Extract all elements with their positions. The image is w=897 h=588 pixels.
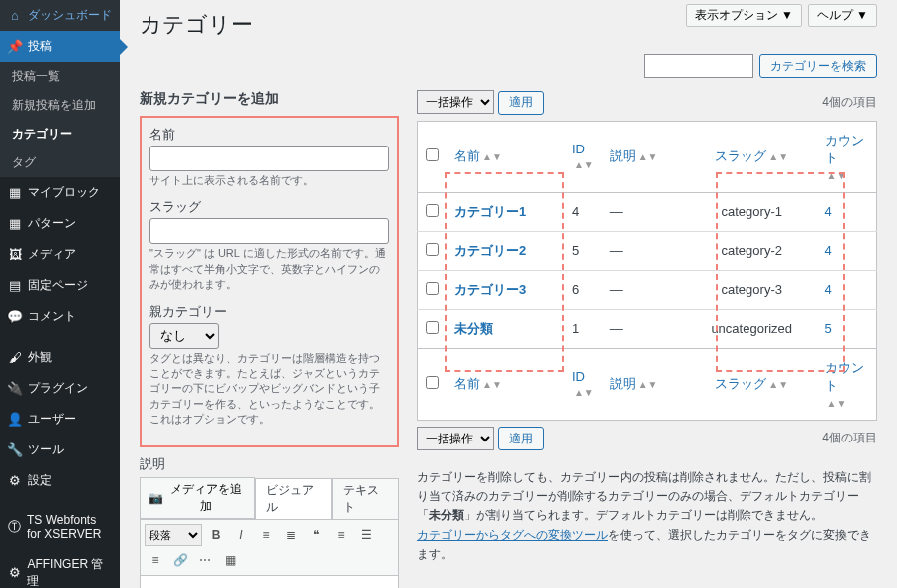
align-center-button[interactable]: ☰ [355,524,377,546]
col-desc-footer[interactable]: 説明 [610,376,636,391]
row-checkbox[interactable] [426,204,439,217]
align-left-button[interactable]: ≡ [330,524,352,546]
bulk-action-select-top[interactable]: 一括操作 [417,90,494,114]
category-slug: uncategorized [687,309,817,348]
converter-link[interactable]: カテゴリーからタグへの変換ツール [417,528,608,542]
category-search-input[interactable] [644,54,753,78]
comment-icon: 💬 [8,310,22,324]
sidebar-item-users[interactable]: 👤ユーザー [0,404,120,435]
description-editor[interactable] [140,576,399,588]
dashboard-icon: ⌂ [8,9,22,23]
category-desc: — [602,231,687,270]
category-name-link[interactable]: 未分類 [454,321,493,336]
sub-item-categories[interactable]: カテゴリー [0,120,120,148]
row-checkbox[interactable] [426,321,439,334]
apply-button-top[interactable]: 適用 [498,91,544,115]
more-button[interactable]: ⋯ [194,549,216,571]
sidebar-item-settings[interactable]: ⚙設定 [0,465,120,496]
page-icon: ▤ [8,279,22,293]
media-icon: 🖼 [8,248,22,262]
sidebar-item-dashboard[interactable]: ⌂ダッシュボード [0,0,120,31]
category-desc: — [602,192,687,231]
col-slug-footer[interactable]: スラッグ [715,376,766,391]
italic-button[interactable]: I [230,524,252,546]
slug-input[interactable] [150,218,389,244]
slug-label: スラッグ [150,198,389,216]
bulk-action-select-bottom[interactable]: 一括操作 [417,427,494,450]
category-desc: — [602,270,687,309]
col-id-header[interactable]: ID [572,142,585,156]
table-row: カテゴリー14—category-14 [418,192,877,231]
table-row: カテゴリー25—category-24 [418,231,877,270]
category-name-link[interactable]: カテゴリー3 [454,282,526,297]
row-checkbox[interactable] [426,282,439,295]
col-slug-header[interactable]: スラッグ [715,148,766,163]
format-select[interactable]: 段落 [145,524,202,546]
pattern-icon: ▦ [8,217,22,231]
sidebar-item-appearance[interactable]: 🖌外観 [0,342,120,373]
number-list-button[interactable]: ≣ [280,524,302,546]
bullet-list-button[interactable]: ≡ [255,524,277,546]
sidebar-item-pages[interactable]: ▤固定ページ [0,270,120,301]
search-categories-button[interactable]: カテゴリーを検索 [759,54,877,78]
category-id: 4 [564,192,602,231]
apply-button-bottom[interactable]: 適用 [498,427,544,450]
row-checkbox[interactable] [426,243,439,256]
toolbar-toggle-button[interactable]: ▦ [219,549,241,571]
col-count-footer[interactable]: カウント [825,360,864,393]
select-all-top[interactable] [426,148,439,161]
col-id-footer[interactable]: ID [572,369,585,384]
sidebar-item-myblock[interactable]: ▦マイブロック [0,177,120,208]
help-button[interactable]: ヘルプ ▼ [808,4,877,27]
sidebar-item-webfonts[interactable]: ⓉTS Webfonts for XSERVER [0,506,120,549]
pin-icon: 📌 [8,40,22,54]
col-desc-header[interactable]: 説明 [610,148,636,163]
col-count-header[interactable]: カウント [825,133,864,165]
sidebar-item-patterns[interactable]: ▦パターン [0,208,120,239]
category-slug: category-3 [687,270,817,309]
posts-submenu: 投稿一覧 新規投稿を追加 カテゴリー タグ [0,62,120,177]
sidebar-item-affinger[interactable]: ⚙AFFINGER 管理 [0,549,120,588]
screen-options-button[interactable]: 表示オプション ▼ [686,4,802,27]
align-right-button[interactable]: ≡ [145,549,166,571]
category-count-link[interactable]: 4 [825,204,832,219]
category-count-link[interactable]: 4 [825,282,832,297]
bold-button[interactable]: B [205,524,227,546]
text-tab[interactable]: テキスト [332,478,399,519]
table-row: 未分類1—uncategorized5 [418,309,877,348]
sidebar-item-posts[interactable]: 📌投稿 [0,31,120,62]
select-all-bottom[interactable] [426,376,439,389]
link-button[interactable]: 🔗 [169,549,191,571]
col-name-header[interactable]: 名前 [454,148,480,163]
main-content: 表示オプション ▼ ヘルプ ▼ カテゴリー カテゴリーを検索 新規カテゴリーを追… [120,0,897,588]
category-count-link[interactable]: 5 [825,321,832,336]
add-media-button[interactable]: 📷メディアを追加 [140,477,255,519]
category-slug: category-2 [687,231,817,270]
category-id: 5 [564,231,602,270]
category-id: 6 [564,270,602,309]
parent-select[interactable]: なし [150,323,219,349]
col-name-footer[interactable]: 名前 [454,376,480,391]
sub-item-tags[interactable]: タグ [0,148,120,177]
category-count-link[interactable]: 4 [825,243,832,258]
sidebar-item-comments[interactable]: 💬コメント [0,301,120,332]
quote-button[interactable]: ❝ [305,524,327,546]
highlight-box: 名前 サイト上に表示される名前です。 スラッグ "スラッグ" は URL に適し… [140,116,399,447]
sidebar-item-plugins[interactable]: 🔌プラグイン [0,373,120,404]
name-input[interactable] [150,146,389,171]
deletion-note: カテゴリーを削除しても、カテゴリー内の投稿は削除されません。ただし、投稿に割り当… [417,468,877,564]
category-id: 1 [564,309,602,348]
gear-icon: ⚙ [8,474,22,488]
item-count-bottom: 4個の項目 [822,430,877,446]
parent-help: タグとは異なり、カテゴリーは階層構造を持つことができます。たとえば、ジャズという… [150,351,389,428]
editor-toolbar: 段落 B I ≡ ≣ ❝ ≡ ☰ ≡ 🔗 ⋯ ▦ [140,519,399,576]
visual-tab[interactable]: ビジュアル [255,478,333,519]
sub-item-new-post[interactable]: 新規投稿を追加 [0,91,120,120]
sub-item-posts-list[interactable]: 投稿一覧 [0,62,120,91]
category-name-link[interactable]: カテゴリー2 [454,243,526,258]
category-name-link[interactable]: カテゴリー1 [454,204,526,219]
sidebar-item-media[interactable]: 🖼メディア [0,239,120,270]
brush-icon: 🖌 [8,351,22,365]
font-icon: Ⓣ [8,520,21,534]
sidebar-item-tools[interactable]: 🔧ツール [0,435,120,465]
